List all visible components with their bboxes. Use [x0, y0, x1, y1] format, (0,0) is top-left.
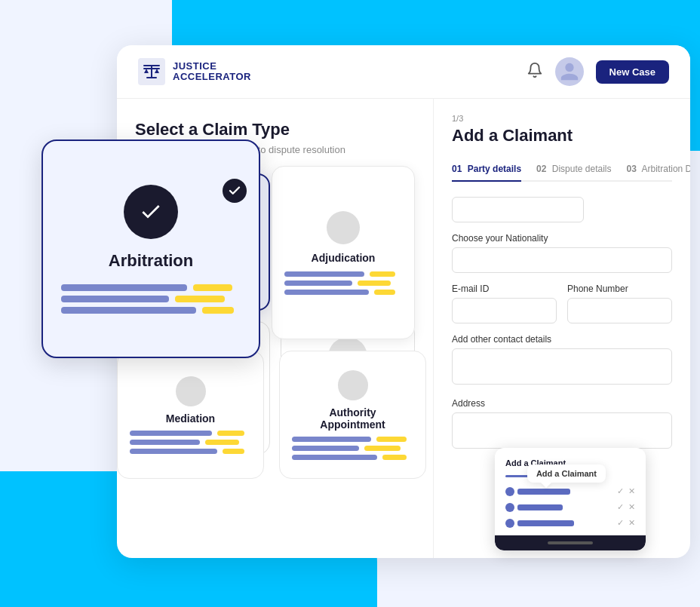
step-indicator: 1/3: [452, 114, 672, 123]
address-label: Address: [452, 398, 672, 409]
phone-input[interactable]: [567, 298, 672, 323]
adj-bars: [284, 271, 402, 295]
mini-row-1: ✓ ✕: [505, 486, 635, 496]
mini-actions-3: ✓ ✕: [617, 518, 635, 528]
address-input[interactable]: [452, 412, 672, 449]
mini-row-1-icon: [505, 487, 570, 496]
mini-bar-1: [517, 489, 570, 495]
mini-footer-bar: [548, 541, 593, 544]
mini-dot-1: [505, 487, 514, 496]
mini-dot-3: [505, 519, 514, 528]
mini-bar-3: [517, 520, 574, 526]
float-arbitration-card[interactable]: Arbitration: [41, 139, 260, 358]
logo-area: JUSTICE ACCELERATOR: [138, 58, 251, 85]
mini-x-1: ✕: [628, 486, 635, 496]
phone-group: Phone Number: [567, 284, 672, 323]
mini-bar-2: [517, 504, 563, 510]
header: JUSTICE ACCELERATOR New Case: [117, 45, 690, 99]
mini-footer: [495, 535, 646, 550]
mini-check-1: ✓: [617, 486, 624, 496]
nationality-group: Choose your Nationality: [452, 233, 672, 273]
float-arb-icon: [124, 185, 178, 239]
new-case-button[interactable]: New Case: [596, 60, 669, 84]
tab-label-01: Party details: [468, 164, 521, 174]
auth-label: AuthorityAppointment: [320, 406, 385, 431]
mini-x-3: ✕: [628, 518, 635, 528]
mini-row-3-icon: [505, 519, 574, 528]
tab-num-03: 03: [627, 164, 637, 174]
tab-num-02: 02: [536, 164, 546, 174]
med-bars: [130, 431, 251, 454]
mini-row-2-icon: [505, 503, 563, 512]
med-icon: [176, 376, 206, 406]
float-arb-bars: [61, 284, 241, 314]
logo-icon: [138, 58, 165, 85]
avatar[interactable]: [555, 57, 584, 86]
form-tabs: 01 Party details 02 Dispute details 03 A…: [452, 158, 672, 182]
form-title: Add a Claimant: [452, 126, 672, 146]
email-phone-row: E-mail ID Phone Number: [452, 284, 672, 334]
mini-popup: Add a Claimant ✓ ✕ ✓ ✕ ✓ ✕: [495, 448, 646, 550]
panel-title: Select a Claim Type: [135, 120, 415, 139]
float-adjudication-card[interactable]: Adjudication: [272, 166, 415, 339]
float-arb-label: Arbitration: [109, 251, 193, 271]
tab-num-01: 01: [452, 164, 462, 174]
mini-dot-2: [505, 503, 514, 512]
bell-icon[interactable]: [527, 62, 543, 81]
phone-label: Phone Number: [567, 284, 672, 294]
tab-party-details[interactable]: 01 Party details: [452, 158, 521, 182]
adj-icon: [327, 211, 360, 244]
claimant-tooltip: Add a Claimant: [527, 464, 606, 483]
logo-text: JUSTICE ACCELERATOR: [173, 61, 251, 83]
tab-dispute-details[interactable]: 02 Dispute details: [536, 158, 611, 180]
med-label: Mediation: [166, 412, 215, 425]
float-check-circle: [223, 179, 247, 203]
tab-label-02: Dispute details: [552, 164, 612, 174]
tab-label-03: Arbitration Details: [642, 164, 690, 174]
float-authority-card[interactable]: AuthorityAppointment: [279, 351, 426, 479]
mini-row-3: ✓ ✕: [505, 518, 635, 528]
top-input[interactable]: [452, 197, 584, 222]
mini-x-2: ✕: [628, 502, 635, 512]
float-mediation-card[interactable]: Mediation: [117, 351, 264, 479]
other-contact-group: Add other contact details: [452, 334, 672, 388]
mini-actions-1: ✓ ✕: [617, 486, 635, 496]
logo-title: JUSTICE: [173, 61, 251, 72]
mini-check-2: ✓: [617, 502, 624, 512]
mini-actions-2: ✓ ✕: [617, 502, 635, 512]
nationality-input[interactable]: [452, 247, 672, 273]
top-input-group: [452, 197, 672, 222]
nationality-label: Choose your Nationality: [452, 233, 672, 244]
logo-subtitle: ACCELERATOR: [173, 72, 251, 82]
mini-check-3: ✓: [617, 518, 624, 528]
email-label: E-mail ID: [452, 284, 557, 294]
email-input[interactable]: [452, 298, 557, 323]
email-group: E-mail ID: [452, 284, 557, 323]
claimant-tooltip-text: Add a Claimant: [536, 469, 597, 478]
auth-bars: [292, 437, 413, 460]
other-contact-input[interactable]: [452, 348, 672, 385]
auth-icon: [338, 370, 368, 400]
header-actions: New Case: [527, 57, 669, 86]
tab-arbitration-details[interactable]: 03 Arbitration Details: [627, 158, 691, 180]
mini-row-2: ✓ ✕: [505, 502, 635, 512]
adj-label: Adjudication: [312, 252, 376, 264]
address-group: Address: [452, 398, 672, 449]
other-contact-label: Add other contact details: [452, 334, 672, 345]
